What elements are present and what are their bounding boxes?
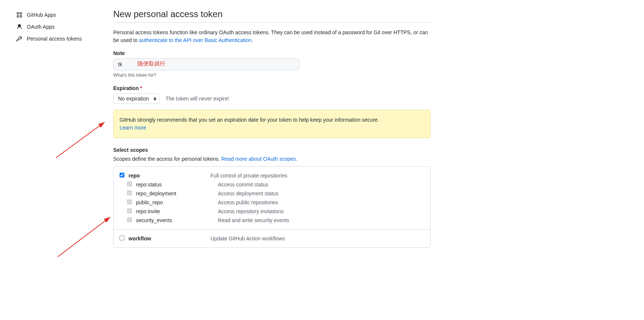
scope-label: repo [129,173,210,179]
scope-desc: Read and write security events [218,217,424,223]
scope-desc: Update GitHub Action workflows [210,236,424,241]
note-help-text: What's this token for? [113,73,431,78]
scope-label: workflow [129,236,210,241]
scopes-doc-link[interactable]: Read more about OAuth scopes. [221,156,297,162]
scope-label: repo:invite [136,208,218,214]
scope-label: security_events [136,217,218,223]
scope-checkbox-public-repo[interactable] [127,199,132,204]
required-indicator: * [140,85,142,91]
scope-group-repo: repo Full control of private repositorie… [114,167,430,230]
person-icon [16,24,22,30]
sidebar-item-label: OAuth Apps [27,24,55,30]
scopes-description: Scopes define the access for personal to… [113,156,431,162]
scope-desc: Access commit status [218,182,424,188]
key-icon [16,36,22,42]
scope-row-repo-status: repo:status Access commit status [120,180,424,189]
scope-checkbox-repo-status[interactable] [127,182,132,186]
scope-desc: Access deployment status [218,191,424,196]
sidebar-item-oauth-apps[interactable]: OAuth Apps [12,21,98,33]
sidebar-item-label: GitHub Apps [27,12,56,18]
scope-group-workflow: workflow Update GitHub Action workflows [114,230,430,247]
expiration-select[interactable]: No expiration [113,93,160,104]
scope-row-repo-invite: repo:invite Access repository invitation… [120,207,424,216]
scope-checkbox-repo-deployment[interactable] [127,191,132,195]
sidebar-item-label: Personal access tokens [27,36,82,42]
select-caret-icon [153,97,156,100]
warning-learn-more-link[interactable]: Learn more [120,125,146,131]
apps-icon [16,12,22,18]
scope-checkbox-repo[interactable] [120,173,124,177]
expiration-label: Expiration * [113,85,431,91]
scope-row-security-events: security_events Read and write security … [120,216,424,225]
scope-desc: Access repository invitations [218,208,424,214]
scope-row-repo-deployment: repo_deployment Access deployment status [120,189,424,198]
note-label: Note [113,50,431,56]
sidebar-item-github-apps[interactable]: GitHub Apps [12,9,98,21]
scope-desc: Access public repositories [218,199,424,205]
sidebar: GitHub Apps OAuth Apps Personal access t… [0,9,104,248]
scopes-heading: Select scopes [113,147,431,153]
scope-label: public_repo [136,199,218,205]
scope-row-workflow: workflow Update GitHub Action workflows [120,234,424,243]
page-title: New personal access token [113,9,431,23]
scope-checkbox-security-events[interactable] [127,217,132,222]
scope-row-public-repo: public_repo Access public repositories [120,198,424,207]
expiration-hint: The token will never expire! [166,96,229,102]
expiration-warning: GitHub strongly recommends that you set … [113,110,431,138]
auth-api-link[interactable]: authenticate to the API over Basic Authe… [139,37,251,43]
note-input[interactable] [113,58,299,70]
scopes-table: repo Full control of private repositorie… [113,166,431,248]
scope-label: repo:status [136,182,218,188]
scope-label: repo_deployment [136,191,218,196]
scope-desc: Full control of private repositories [210,173,424,179]
scope-checkbox-workflow[interactable] [120,236,124,240]
sidebar-item-personal-access-tokens[interactable]: Personal access tokens [12,33,98,45]
page-description: Personal access tokens function like ord… [113,29,431,44]
scope-checkbox-repo-invite[interactable] [127,208,132,213]
main-content: New personal access token Personal acces… [104,9,440,248]
scope-row-repo: repo Full control of private repositorie… [120,171,424,180]
